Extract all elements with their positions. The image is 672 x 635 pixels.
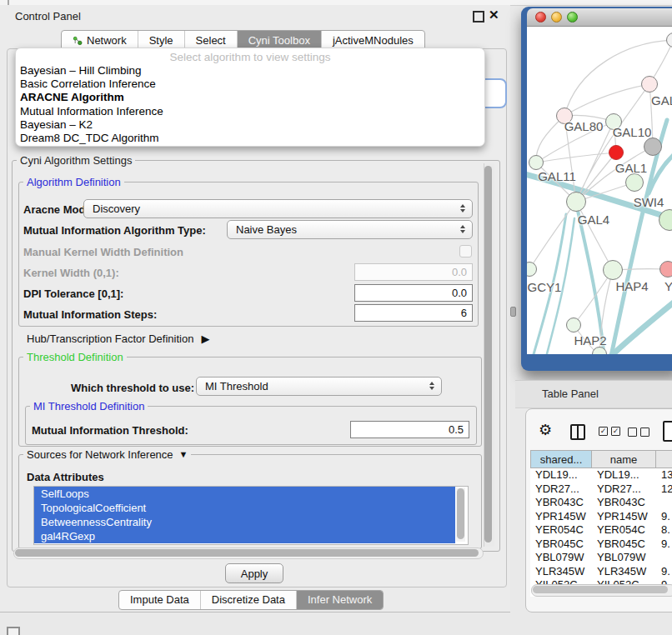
mi-algorithm-type-value: Naive Bayes bbox=[236, 223, 297, 236]
tab-label: Cyni Toolbox bbox=[248, 34, 310, 47]
attributes-scrollbar-thumb[interactable] bbox=[457, 488, 464, 539]
dpi-tolerance-input[interactable] bbox=[354, 284, 473, 302]
table-row[interactable]: YBR045CYBR045C9. bbox=[530, 538, 672, 552]
algorithm-option-aracne-algorithm[interactable]: ARACNE Algorithm bbox=[16, 91, 484, 104]
hub-label: Hub/Transcription Factor Definition bbox=[27, 332, 193, 345]
stepper-icon bbox=[429, 382, 434, 390]
column-header-col3[interactable] bbox=[656, 450, 672, 468]
deselect-all-icon[interactable] bbox=[628, 428, 649, 437]
table-cell: 9. bbox=[656, 510, 672, 524]
minimize-window-button[interactable] bbox=[551, 12, 562, 22]
split-panel-icon[interactable] bbox=[570, 424, 585, 440]
app-window: Control Panel ✕ NetworkStyleSelectCyni T… bbox=[0, 0, 672, 635]
table-row[interactable]: YBR043CYBR043C bbox=[530, 496, 672, 510]
hub-transcription-factor-expander[interactable]: Hub/Transcription Factor Definition ▶ bbox=[27, 332, 209, 345]
table-cell: YDR27... bbox=[530, 482, 592, 497]
mi-steps-input[interactable] bbox=[354, 304, 473, 322]
mi-threshold-input[interactable] bbox=[350, 421, 469, 438]
cyni-settings-legend: Cyni Algorithm Settings bbox=[17, 154, 135, 167]
attribute-selfloops[interactable]: SelfLoops bbox=[34, 487, 455, 501]
expand-right-icon: ▶ bbox=[201, 332, 209, 345]
network-node-gal11[interactable] bbox=[529, 155, 544, 170]
network-node-gal[interactable] bbox=[641, 76, 658, 92]
which-threshold-select[interactable]: MI Threshold bbox=[196, 377, 442, 396]
mi-algorithm-type-select[interactable]: Naive Bayes bbox=[227, 220, 473, 239]
dpi-tolerance-label: DPI Tolerance [0,1]: bbox=[23, 288, 123, 301]
node-label: GAL bbox=[651, 93, 672, 108]
minimized-panel-icon[interactable] bbox=[7, 627, 20, 635]
attribute-gal4rgexp[interactable]: gal4RGexp bbox=[34, 529, 455, 543]
table-row[interactable]: YBL079WYBL079W bbox=[530, 551, 672, 565]
table-row[interactable]: YLR345WYLR345W9. bbox=[530, 565, 672, 579]
network-node[interactable] bbox=[644, 138, 662, 156]
settings-hscrollbar-thumb[interactable] bbox=[15, 549, 479, 557]
table-panel-title: Table Panel bbox=[542, 388, 599, 400]
network-node-hap4[interactable] bbox=[603, 260, 623, 280]
network-node[interactable] bbox=[609, 145, 624, 160]
algorithm-option-basic-correlation-inference[interactable]: Basic Correlation Inference bbox=[16, 78, 484, 91]
data-attributes-list[interactable]: SelfLoopsTopologicalCoefficientBetweenne… bbox=[33, 486, 469, 545]
table-cell: YER054C bbox=[530, 523, 592, 538]
manual-kernel-width-label: Manual Kernel Width Definition bbox=[23, 246, 183, 259]
select-all-icon[interactable] bbox=[599, 427, 620, 436]
mi-steps-label: Mutual Information Steps: bbox=[23, 308, 157, 322]
tab-impute-data[interactable]: Impute Data bbox=[119, 591, 200, 609]
settings-scrollbar-thumb[interactable] bbox=[484, 166, 492, 542]
table-cell: YER054C bbox=[592, 523, 656, 538]
column-header-name[interactable]: name bbox=[592, 450, 656, 468]
network-node-hap2[interactable] bbox=[566, 318, 581, 332]
algorithm-option-dream8-dc-tdc-algorithm[interactable]: Dream8 DC_TDC Algorithm bbox=[16, 132, 484, 145]
table-cell: YBL079W bbox=[530, 551, 592, 565]
algorithm-option-mutual-information-inference[interactable]: Mutual Information Inference bbox=[16, 105, 484, 118]
network-canvas[interactable]: GALGAL80GAL10GAL11GAL1SWI4GAL4GCY1HAP4YH… bbox=[527, 27, 672, 354]
node-label: Y bbox=[664, 279, 672, 293]
algorithm-dropdown-placeholder: Select algorithm to view settings bbox=[16, 50, 484, 64]
table-cell: 8. bbox=[656, 523, 672, 538]
close-panel-icon[interactable]: ✕ bbox=[489, 8, 499, 21]
document-icon[interactable] bbox=[663, 421, 672, 442]
network-node-gal1[interactable] bbox=[625, 173, 644, 192]
zoom-window-button[interactable] bbox=[567, 12, 578, 22]
network-node-gal4[interactable] bbox=[566, 192, 586, 212]
table-row[interactable]: YPR145WYPR145W9. bbox=[530, 510, 672, 524]
table-header: shared...name bbox=[530, 450, 672, 468]
table-row[interactable]: YDL19...YDL19...13 bbox=[530, 468, 672, 482]
node-label: GAL4 bbox=[578, 212, 609, 227]
table-row[interactable]: YDR27...YDR27...12 bbox=[530, 482, 672, 497]
gear-icon[interactable] bbox=[539, 422, 552, 438]
table-cell: 9. bbox=[656, 538, 672, 552]
node-label: GAL11 bbox=[538, 169, 576, 183]
table-row[interactable]: YER054CYER054C8. bbox=[530, 523, 672, 538]
threshold-definition-legend: Threshold Definition bbox=[23, 351, 127, 363]
float-panel-icon[interactable] bbox=[473, 11, 484, 22]
table-cell: 9. bbox=[656, 565, 672, 579]
tab-infer-network[interactable]: Infer Network bbox=[296, 591, 383, 609]
column-header-shared[interactable]: shared... bbox=[530, 450, 592, 468]
apply-button[interactable]: Apply bbox=[225, 563, 283, 583]
table-cell: YBR045C bbox=[530, 538, 592, 552]
algorithm-option-bayesian-hill-climbing[interactable]: Bayesian – Hill Climbing bbox=[16, 64, 484, 78]
mi-algorithm-type-label: Mutual Information Algorithm Type: bbox=[23, 224, 206, 238]
attribute-betweennesscentrality[interactable]: BetweennessCentrality bbox=[34, 515, 455, 529]
mi-threshold-definition-legend: MI Threshold Definition bbox=[30, 400, 148, 412]
network-window-titlebar[interactable] bbox=[527, 8, 672, 27]
table-cell: 13 bbox=[656, 468, 672, 482]
stepper-icon bbox=[460, 225, 465, 233]
close-window-button[interactable] bbox=[535, 12, 546, 22]
tab-discretize-data[interactable]: Discretize Data bbox=[200, 591, 296, 609]
node-label: GAL10 bbox=[613, 125, 652, 139]
attribute-topologicalcoefficient[interactable]: TopologicalCoefficient bbox=[34, 501, 455, 515]
aracne-mode-value: Discovery bbox=[93, 202, 140, 215]
table-cell: YDR27... bbox=[592, 482, 656, 497]
table-hscrollbar-thumb[interactable] bbox=[533, 586, 668, 593]
panel-splitter-handle[interactable] bbox=[510, 307, 516, 317]
sources-legend[interactable]: Sources for Network Inference ▼ bbox=[23, 448, 191, 461]
aracne-mode-select[interactable]: Discovery bbox=[83, 199, 473, 218]
algorithm-definition-legend: Algorithm Definition bbox=[23, 176, 124, 188]
table-cell: YLR345W bbox=[592, 565, 656, 579]
node-label: HAP2 bbox=[574, 333, 606, 348]
algorithm-option-bayesian-k2[interactable]: Bayesian – K2 bbox=[16, 118, 484, 132]
which-threshold-value: MI Threshold bbox=[205, 380, 268, 392]
network-node-y[interactable] bbox=[659, 261, 672, 278]
table-cell: YDL19... bbox=[530, 468, 592, 482]
